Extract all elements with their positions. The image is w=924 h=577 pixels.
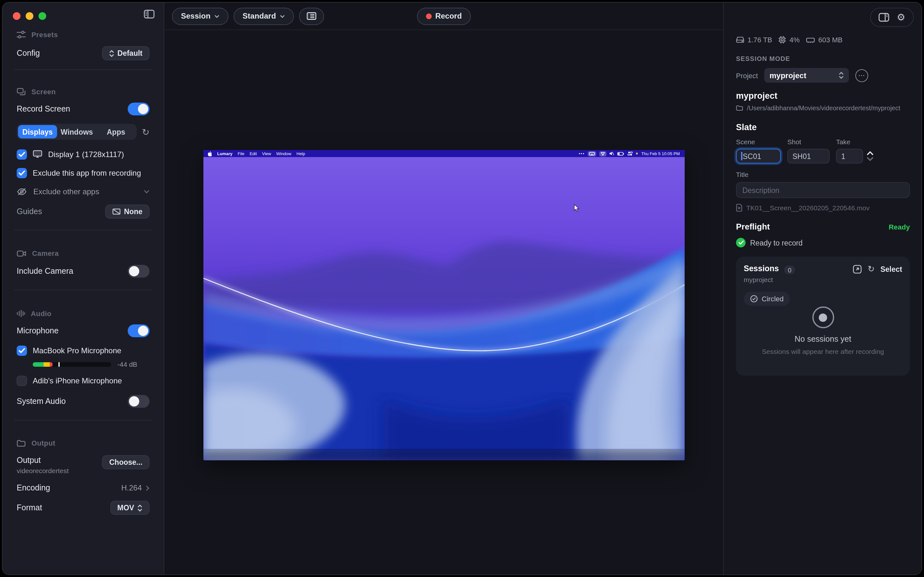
- shot-input[interactable]: SH01: [787, 149, 830, 163]
- mic-device-label: MacBook Pro Microphone: [33, 346, 121, 355]
- refresh-icon[interactable]: ↻: [142, 127, 150, 137]
- tab-windows[interactable]: Windows: [57, 125, 96, 139]
- screen-mirroring-icon[interactable]: [599, 151, 607, 156]
- menubar-item-file[interactable]: File: [238, 151, 244, 156]
- include-camera-toggle[interactable]: [128, 265, 150, 277]
- take-stepper[interactable]: [866, 151, 874, 161]
- updown-chevron-icon: [839, 72, 844, 79]
- screen-section-header: Screen: [17, 88, 150, 95]
- output-label: Output: [17, 456, 41, 465]
- exclude-other-label[interactable]: Exclude other apps: [33, 187, 99, 196]
- menubar-item-help[interactable]: Help: [296, 151, 305, 156]
- include-camera-label: Include Camera: [17, 267, 73, 276]
- battery-icon[interactable]: [618, 152, 625, 155]
- no-guides-icon: [113, 208, 121, 215]
- record-circle-icon: [812, 306, 834, 328]
- memory-stat: 603 MB: [806, 36, 843, 44]
- standard-menu-button[interactable]: Standard: [234, 7, 294, 25]
- encoding-value-row[interactable]: H.264: [121, 484, 150, 492]
- updown-chevron-icon: [109, 50, 114, 57]
- monitor-icon: [33, 150, 42, 159]
- session-menu-button[interactable]: Session: [172, 7, 228, 25]
- gear-icon[interactable]: ⚙: [897, 11, 905, 23]
- output-folder-name: videorecordertest: [17, 467, 69, 474]
- preflight-message: Ready to record: [750, 239, 803, 247]
- sessions-empty-state: No sessions yet Sessions will appear her…: [736, 306, 910, 355]
- take-input[interactable]: 1: [836, 149, 863, 163]
- menubar-item-window[interactable]: Window: [276, 151, 291, 156]
- project-label: Project: [736, 71, 758, 79]
- list-icon: [307, 12, 317, 20]
- zoom-button[interactable]: [39, 12, 46, 20]
- project-path: /Users/adibhanna/Movies/videorecordertes…: [747, 105, 900, 111]
- refresh-icon[interactable]: ↻: [867, 264, 875, 274]
- mic-device-checkbox[interactable]: [17, 346, 27, 356]
- mic-level-value: -44 dB: [118, 360, 137, 368]
- guides-none-button[interactable]: None: [105, 205, 150, 219]
- panel-actions: ⚙: [870, 8, 914, 27]
- disk-icon: [736, 37, 744, 43]
- chevron-down-icon: [214, 15, 220, 18]
- title-input[interactable]: [736, 182, 910, 198]
- source-tabs: Displays Windows Apps: [17, 124, 137, 140]
- step-down-icon: [866, 156, 874, 161]
- guides-label: Guides: [17, 207, 42, 216]
- choose-output-button[interactable]: Choose...: [102, 455, 150, 469]
- sidebar: Presets Config Default Screen Record Scr…: [3, 3, 164, 574]
- project-more-button[interactable]: ⋯: [856, 69, 869, 82]
- step-up-icon: [866, 151, 874, 156]
- encoding-label: Encoding: [17, 484, 50, 492]
- menubar-app-name[interactable]: Lumary: [217, 151, 233, 156]
- scene-input[interactable]: SC01: [736, 149, 781, 163]
- mic-level-meter: [33, 362, 111, 366]
- menubar-item-edit[interactable]: Edit: [250, 151, 257, 156]
- sliders-icon: [17, 31, 26, 39]
- screen-share-icon[interactable]: [588, 151, 596, 156]
- mouse-cursor: [573, 204, 579, 212]
- traffic-lights: [13, 12, 46, 20]
- canvas: Lumary File Edit View Window Help •••: [164, 30, 723, 574]
- mute-icon[interactable]: [610, 151, 614, 156]
- iphone-mic-checkbox[interactable]: [17, 376, 27, 386]
- audio-section-header: Audio: [17, 309, 150, 318]
- microphone-label: Microphone: [17, 326, 59, 335]
- system-stats: 1.76 TB 4% 603 MB: [736, 36, 843, 44]
- sidebar-toggle-icon[interactable]: [144, 10, 155, 21]
- format-label: Format: [17, 503, 42, 512]
- project-select[interactable]: myproject: [764, 68, 849, 83]
- system-audio-label: System Audio: [17, 397, 66, 406]
- config-default-button[interactable]: Default: [102, 46, 150, 60]
- session-mode-header: SESSION MODE: [736, 55, 910, 62]
- main-area: Session Standard Record: [164, 3, 723, 574]
- control-center-icon[interactable]: [628, 151, 633, 156]
- menubar-ellipsis-icon[interactable]: •••: [579, 152, 585, 155]
- display-checkbox[interactable]: [17, 149, 27, 160]
- open-external-icon[interactable]: [853, 264, 862, 274]
- sessions-card: Sessions 0 myproject ↻ Select Circled: [736, 256, 910, 376]
- output-filename: TK01__Screen__20260205_220546.mov: [746, 204, 869, 211]
- camera-section-header: Camera: [17, 250, 150, 257]
- menubar-item-view[interactable]: View: [262, 151, 271, 156]
- tab-apps[interactable]: Apps: [96, 125, 136, 139]
- minimize-button[interactable]: [26, 12, 33, 20]
- microphone-toggle[interactable]: [128, 324, 150, 337]
- exclude-app-checkbox[interactable]: [17, 168, 27, 178]
- system-audio-toggle[interactable]: [128, 395, 150, 408]
- close-button[interactable]: [13, 12, 21, 20]
- camera-icon: [17, 250, 26, 257]
- cpu-icon: [779, 36, 787, 44]
- output-section-header: Output: [17, 439, 150, 447]
- sessions-header: Sessions: [744, 264, 779, 273]
- tab-displays[interactable]: Displays: [18, 125, 57, 139]
- select-button[interactable]: Select: [880, 265, 902, 273]
- format-select[interactable]: MOV: [110, 501, 150, 515]
- record-screen-toggle[interactable]: [128, 103, 150, 115]
- record-button[interactable]: Record: [417, 7, 471, 25]
- notes-button[interactable]: [299, 7, 324, 25]
- preview-menubar: Lumary File Edit View Window Help •••: [203, 150, 684, 157]
- waveform-icon: [17, 309, 25, 318]
- wallpaper: [203, 150, 684, 460]
- circled-filter[interactable]: Circled: [744, 292, 790, 306]
- layout-panel-icon[interactable]: [878, 13, 889, 22]
- menubar-clock[interactable]: Thu Feb 5 10:05 PM: [641, 151, 680, 156]
